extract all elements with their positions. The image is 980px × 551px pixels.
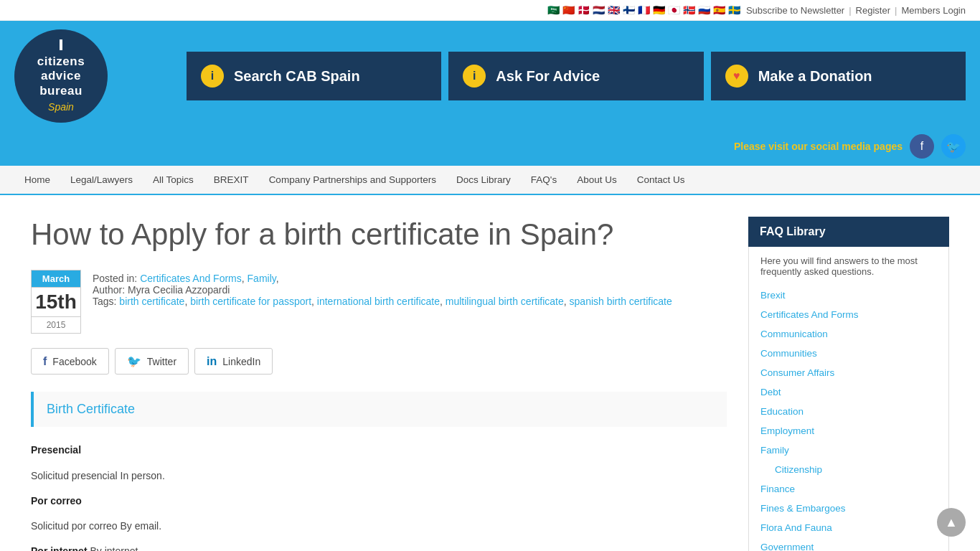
faq-consumer[interactable]: Consumer Affairs bbox=[760, 363, 937, 382]
article-subtitle: Birth Certificate bbox=[47, 402, 714, 417]
share-buttons: f Facebook 🐦 Twitter in LinkedIn bbox=[31, 348, 727, 375]
tag-birth-cert[interactable]: birth certificate bbox=[119, 296, 184, 307]
faq-box-body: Here you will find answers to the most f… bbox=[748, 247, 949, 551]
faq-citizenship[interactable]: Citizenship bbox=[760, 460, 937, 479]
flag-se[interactable]: 🇸🇪 bbox=[728, 4, 740, 16]
sidebar: FAQ Library Here you will find answers t… bbox=[748, 217, 949, 551]
register-link[interactable]: Register bbox=[856, 5, 890, 16]
faq-flora[interactable]: Flora And Fauna bbox=[760, 518, 937, 537]
facebook-social-button[interactable]: f bbox=[910, 134, 934, 159]
flag-no[interactable]: 🇳🇴 bbox=[683, 4, 695, 16]
flag-cn[interactable]: 🇨🇳 bbox=[562, 4, 575, 16]
flag-gb[interactable]: 🇬🇧 bbox=[608, 4, 620, 16]
nav-company[interactable]: Company Partnerships and Supporters bbox=[259, 166, 446, 194]
faq-box-header: FAQ Library bbox=[748, 217, 949, 247]
tag-multilingual[interactable]: multilingual birth certificate bbox=[446, 296, 564, 307]
categories-line: Posted in: Certificates And Forms, Famil… bbox=[93, 273, 672, 284]
page-title: How to Apply for a birth certificate in … bbox=[31, 217, 727, 253]
donate-button[interactable]: ♥ Make a Donation bbox=[711, 52, 966, 100]
correo-label: Por correo bbox=[31, 495, 82, 507]
correo-text: Solicitud por correo By email. bbox=[31, 517, 727, 535]
faq-family[interactable]: Family bbox=[760, 441, 937, 460]
presencial-text: Solicitud presencial In person. bbox=[31, 467, 727, 485]
subscribe-link[interactable]: Subscribe to Newsletter bbox=[746, 5, 844, 16]
date-year: 2015 bbox=[32, 317, 80, 333]
flag-jp[interactable]: 🇯🇵 bbox=[668, 4, 680, 16]
nav-all-topics[interactable]: All Topics bbox=[143, 166, 204, 194]
logo[interactable]: citizens advice bureau Spain bbox=[14, 29, 108, 123]
presencial-label: Presencial bbox=[31, 444, 81, 456]
article-block: Birth Certificate bbox=[31, 392, 727, 427]
share-linkedin-label: LinkedIn bbox=[222, 356, 260, 367]
category-certificates[interactable]: Certificates And Forms bbox=[140, 273, 242, 284]
advice-icon: i bbox=[463, 65, 486, 88]
share-twitter-label: Twitter bbox=[147, 356, 176, 367]
faq-education[interactable]: Education bbox=[760, 402, 937, 421]
faq-fines[interactable]: Fines & Embargoes bbox=[760, 499, 937, 518]
share-twitter[interactable]: 🐦 Twitter bbox=[115, 348, 189, 375]
tag-spanish[interactable]: spanish birth certificate bbox=[570, 296, 672, 307]
faq-intro: Here you will find answers to the most f… bbox=[760, 255, 937, 277]
flag-de[interactable]: 🇩🇪 bbox=[653, 4, 665, 16]
faq-communities[interactable]: Communities bbox=[760, 344, 937, 363]
flag-nl[interactable]: 🇳🇱 bbox=[593, 4, 605, 16]
nav-faq[interactable]: FAQ's bbox=[521, 166, 567, 194]
faq-debt[interactable]: Debt bbox=[760, 382, 937, 402]
logo-country: Spain bbox=[48, 101, 74, 113]
nav-docs[interactable]: Docs Library bbox=[446, 166, 521, 194]
faq-communication[interactable]: Communication bbox=[760, 324, 937, 344]
logo-text: citizens advice bureau bbox=[37, 55, 85, 98]
advice-label: Ask For Advice bbox=[496, 68, 600, 85]
tag-birth-cert-passport[interactable]: birth certificate for passport bbox=[190, 296, 311, 307]
internet-text: By internet. bbox=[88, 545, 141, 551]
twitter-social-button[interactable]: 🐦 bbox=[941, 134, 966, 159]
tag-international[interactable]: international birth certificate bbox=[317, 296, 440, 307]
faq-government[interactable]: Government bbox=[760, 537, 937, 551]
tags-line: Tags: birth certificate, birth certifica… bbox=[93, 296, 672, 307]
nav-contact[interactable]: Contact Us bbox=[627, 166, 695, 194]
nav-brexit[interactable]: BREXIT bbox=[204, 166, 259, 194]
content-wrapper: How to Apply for a birth certificate in … bbox=[17, 195, 963, 551]
scroll-top-button[interactable]: ▲ bbox=[937, 508, 966, 537]
facebook-icon: f bbox=[43, 355, 47, 368]
nav-about[interactable]: About Us bbox=[567, 166, 627, 194]
flag-dk[interactable]: 🇩🇰 bbox=[578, 4, 590, 16]
author-line: Author: Myra Cecilia Azzopardi bbox=[93, 284, 672, 296]
social-bar: Please visit our social media pages f 🐦 bbox=[0, 131, 980, 166]
date-month: March bbox=[32, 270, 80, 287]
top-links: Subscribe to Newsletter | Register | Mem… bbox=[746, 5, 966, 16]
flag-icons: 🇸🇦 🇨🇳 🇩🇰 🇳🇱 🇬🇧 🇫🇮 🇫🇷 🇩🇪 🇯🇵 🇳🇴 🇷🇺 🇪🇸 🇸🇪 bbox=[547, 4, 740, 16]
main-content: How to Apply for a birth certificate in … bbox=[31, 217, 727, 551]
share-facebook[interactable]: f Facebook bbox=[31, 348, 109, 375]
nav-legal[interactable]: Legal/Lawyers bbox=[60, 166, 143, 194]
flag-sa[interactable]: 🇸🇦 bbox=[547, 4, 560, 16]
separator1: | bbox=[849, 5, 851, 16]
search-icon: i bbox=[201, 65, 224, 88]
social-prompt: Please visit our social media pages bbox=[734, 141, 903, 152]
login-link[interactable]: Members Login bbox=[901, 5, 966, 16]
flag-es[interactable]: 🇪🇸 bbox=[713, 4, 725, 16]
flag-fr[interactable]: 🇫🇷 bbox=[638, 4, 650, 16]
date-day: 15th bbox=[32, 287, 80, 317]
search-button[interactable]: i Search CAB Spain bbox=[187, 52, 441, 100]
header-actions: i Search CAB Spain i Ask For Advice ♥ Ma… bbox=[187, 52, 966, 100]
donate-icon: ♥ bbox=[725, 65, 748, 88]
faq-finance[interactable]: Finance bbox=[760, 479, 937, 499]
share-linkedin[interactable]: in LinkedIn bbox=[194, 348, 273, 375]
logo-bar bbox=[60, 39, 62, 50]
author-name: Myra Cecilia Azzopardi bbox=[128, 284, 230, 296]
logo-area: citizens advice bureau Spain bbox=[14, 29, 172, 123]
nav-bar: Home Legal/Lawyers All Topics BREXIT Com… bbox=[0, 166, 980, 195]
flag-fi[interactable]: 🇫🇮 bbox=[623, 4, 635, 16]
faq-certificates[interactable]: Certificates And Forms bbox=[760, 305, 937, 324]
faq-brexit[interactable]: Brexit bbox=[760, 286, 937, 305]
category-family[interactable]: Family bbox=[248, 273, 276, 284]
nav-home[interactable]: Home bbox=[14, 166, 60, 194]
faq-links: Brexit Certificates And Forms Communicat… bbox=[760, 286, 937, 551]
flag-ru[interactable]: 🇷🇺 bbox=[698, 4, 710, 16]
separator2: | bbox=[895, 5, 897, 16]
advice-button[interactable]: i Ask For Advice bbox=[448, 52, 703, 100]
header-main: citizens advice bureau Spain i Search CA… bbox=[0, 21, 980, 131]
faq-employment[interactable]: Employment bbox=[760, 421, 937, 441]
date-badge: March 15th 2015 bbox=[31, 270, 81, 334]
